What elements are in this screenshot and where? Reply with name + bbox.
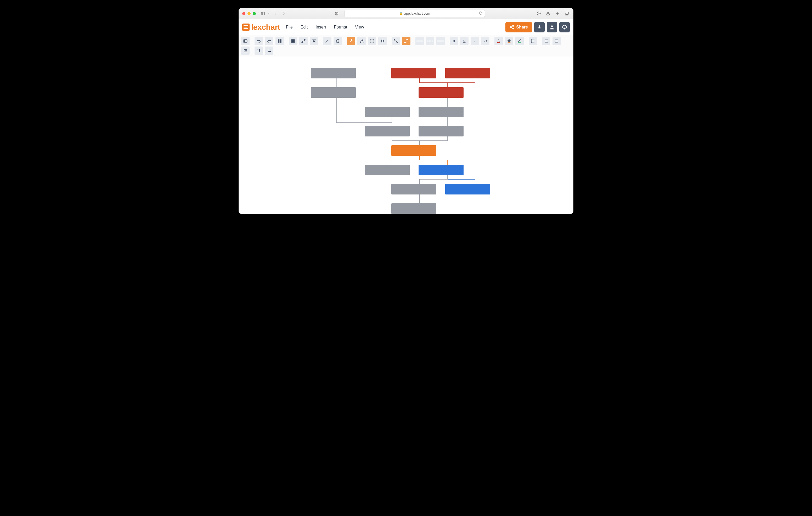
align-left-button[interactable] <box>542 37 550 45</box>
logo-text: lexchart <box>251 23 280 32</box>
menu-edit[interactable]: Edit <box>300 25 308 30</box>
tabs-overview-icon[interactable] <box>564 11 570 17</box>
account-button[interactable] <box>547 22 557 32</box>
help-button[interactable] <box>559 22 570 32</box>
menu-format[interactable]: Format <box>334 25 347 30</box>
border-color-button[interactable] <box>515 37 524 45</box>
app-logo[interactable]: lexchart <box>242 23 280 32</box>
sidebar-dropdown-icon[interactable] <box>267 11 270 17</box>
reload-icon[interactable] <box>479 11 483 16</box>
chart-node[interactable] <box>392 203 436 214</box>
svg-text:U: U <box>463 39 465 42</box>
svg-line-12 <box>511 27 513 28</box>
text-size-button[interactable]: TT <box>481 37 489 45</box>
url-bar[interactable]: 🔒 app.lexchart.com <box>344 10 485 17</box>
svg-point-32 <box>394 39 395 40</box>
connect-tool-button[interactable] <box>299 37 308 45</box>
svg-rect-45 <box>518 42 521 43</box>
chart-node[interactable] <box>392 184 436 194</box>
svg-point-9 <box>510 26 512 28</box>
svg-text:B: B <box>453 39 455 43</box>
horizontal-layout-button[interactable] <box>392 37 400 45</box>
menu-insert[interactable]: Insert <box>316 25 326 30</box>
download-icon <box>537 25 542 30</box>
nav-back-button[interactable] <box>272 11 278 17</box>
svg-text:T: T <box>484 41 485 42</box>
maximize-window-button[interactable] <box>253 12 256 15</box>
user-icon <box>549 25 555 30</box>
svg-point-33 <box>397 42 398 43</box>
chart-node[interactable] <box>418 87 464 98</box>
line-dotted-button[interactable] <box>436 37 445 45</box>
svg-rect-0 <box>261 12 264 15</box>
delete-button[interactable] <box>334 37 342 45</box>
chart-node[interactable] <box>365 165 410 175</box>
align-center-button[interactable] <box>552 37 561 45</box>
bold-button[interactable]: B <box>450 37 458 45</box>
url-host: app.lexchart.com <box>404 11 430 16</box>
move-up-down-button[interactable] <box>255 47 263 55</box>
svg-rect-21 <box>280 39 282 41</box>
chart-node[interactable] <box>445 68 490 79</box>
lock-icon: 🔒 <box>399 12 403 15</box>
fill-color-button[interactable] <box>505 37 513 45</box>
svg-rect-22 <box>278 41 280 43</box>
chart-node[interactable] <box>445 184 490 194</box>
add-box-button[interactable] <box>289 37 297 45</box>
share-button-label: Share <box>516 25 528 30</box>
menu-file[interactable]: File <box>286 25 293 30</box>
nav-forward-button[interactable] <box>281 11 287 17</box>
download-button[interactable] <box>534 22 545 32</box>
align-right-button[interactable] <box>241 47 250 55</box>
chart-node[interactable] <box>392 145 436 156</box>
chart-node[interactable] <box>418 107 464 117</box>
undo-button[interactable] <box>255 37 263 45</box>
pencil-button[interactable] <box>323 37 331 45</box>
chart-node[interactable] <box>365 126 410 136</box>
downloads-icon[interactable] <box>536 11 542 17</box>
share-button[interactable]: Share <box>505 22 532 32</box>
chart-canvas[interactable] <box>239 57 573 214</box>
svg-line-31 <box>363 41 364 42</box>
expand-button[interactable] <box>368 37 376 45</box>
line-solid-button[interactable] <box>415 37 424 45</box>
text-color-button[interactable]: A <box>494 37 503 45</box>
svg-text:I: I <box>474 39 475 43</box>
chart-node[interactable] <box>418 165 464 175</box>
app-header: lexchart File Edit Insert Format View Sh… <box>239 19 573 35</box>
browser-titlebar: 🔒 app.lexchart.com <box>239 8 573 19</box>
share-icon <box>510 25 514 30</box>
panel-toggle-button[interactable] <box>241 37 250 45</box>
auto-style-button[interactable] <box>357 37 366 45</box>
chart-node[interactable] <box>311 87 356 98</box>
sidebar-toggle-icon[interactable] <box>260 11 266 17</box>
chart-node[interactable] <box>365 107 410 117</box>
vertical-layout-button[interactable] <box>402 37 410 45</box>
italic-button[interactable]: I <box>471 37 479 45</box>
chart-node[interactable] <box>392 68 436 79</box>
share-sheet-icon[interactable] <box>545 11 551 17</box>
close-window-button[interactable] <box>242 12 245 15</box>
browser-window: 🔒 app.lexchart.com lexchart <box>239 8 573 214</box>
text-box-button[interactable]: A <box>310 37 318 45</box>
svg-line-11 <box>511 26 513 27</box>
svg-rect-20 <box>278 39 280 41</box>
swap-horizontal-button[interactable] <box>265 47 273 55</box>
line-spacing-button[interactable] <box>529 37 537 45</box>
logo-mark-icon <box>242 24 250 31</box>
chart-node[interactable] <box>311 68 356 79</box>
redo-button[interactable] <box>265 37 273 45</box>
minimize-window-button[interactable] <box>248 12 251 15</box>
new-tab-icon[interactable] <box>555 11 560 17</box>
grid-button[interactable] <box>276 37 284 45</box>
svg-point-17 <box>564 28 565 29</box>
svg-rect-19 <box>244 40 245 42</box>
chart-node[interactable] <box>418 126 464 136</box>
privacy-shield-icon[interactable] <box>334 11 340 17</box>
collapse-button[interactable] <box>378 37 387 45</box>
svg-rect-23 <box>280 41 282 43</box>
auto-layout-button[interactable] <box>347 37 355 45</box>
menu-view[interactable]: View <box>355 25 364 30</box>
underline-button[interactable]: U <box>460 37 468 45</box>
line-dashed-button[interactable] <box>426 37 434 45</box>
